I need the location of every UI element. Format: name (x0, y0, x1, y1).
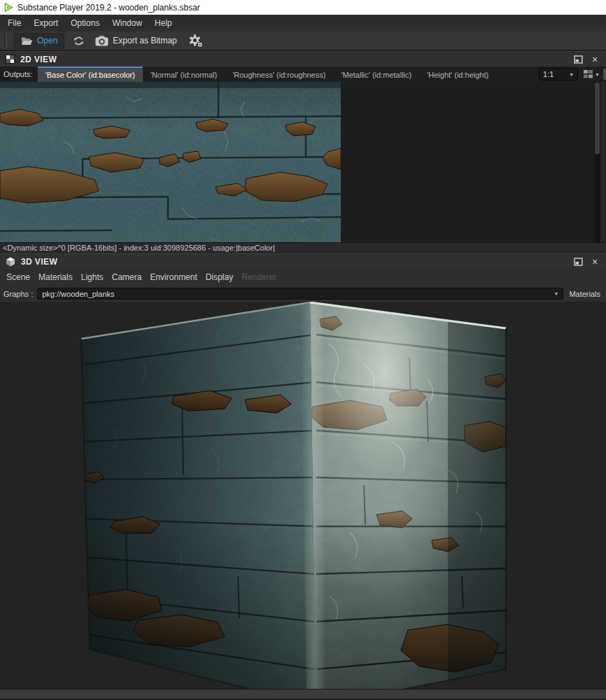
menu-window[interactable]: Window (106, 15, 148, 31)
chevron-down-icon: ▼ (595, 72, 600, 77)
panel-title-3d: 3D VIEW (21, 257, 57, 267)
scrollbar-thumb[interactable] (595, 83, 600, 154)
float-panel-button-2d[interactable] (572, 54, 584, 65)
viewport-menu-bar: Scene Materials Lights Camera Environmen… (0, 269, 606, 286)
tab-roughness[interactable]: 'Roughness' (id:roughness) (225, 66, 333, 82)
float-panel-icon (574, 55, 583, 64)
panel-edge-chip (603, 69, 606, 80)
outputs-label: Outputs: (0, 66, 38, 82)
panel-header-2d: 2D VIEW × (0, 51, 606, 66)
menu-lights[interactable]: Lights (77, 269, 108, 286)
zoom-level-value: 1:1 (543, 70, 569, 78)
main-toolbar: Open Export as Bitmap (0, 31, 606, 51)
menu-materials[interactable]: Materials (34, 269, 77, 286)
menu-environment[interactable]: Environment (146, 269, 201, 286)
texture-2d-preview (0, 82, 341, 242)
export-as-bitmap-button[interactable]: Export as Bitmap (93, 33, 178, 48)
chevron-down-icon: ▼ (569, 72, 574, 77)
close-panel-button-3d[interactable]: × (589, 256, 600, 267)
window-title: Substance Player 2019.2 - wooden_planks.… (17, 3, 200, 13)
menu-options[interactable]: Options (64, 15, 106, 31)
close-panel-button-2d[interactable]: × (589, 54, 600, 65)
panel-title-2d: 2D VIEW (20, 55, 57, 64)
zoom-level-select[interactable]: 1:1 ▼ (539, 68, 578, 80)
menu-display[interactable]: Display (202, 269, 237, 286)
materials-button[interactable]: Materials (568, 290, 602, 298)
open-button-label: Open (37, 36, 57, 46)
panel-right-margin (600, 82, 606, 242)
main-menu-bar: File Export Options Window Help (0, 15, 606, 31)
menu-export[interactable]: Export (27, 15, 64, 31)
refresh-icon (73, 36, 84, 46)
substance-player-window: Substance Player 2019.2 - wooden_planks.… (0, 0, 606, 700)
graphs-label: Graphs : (3, 290, 33, 298)
folder-open-icon (21, 36, 33, 46)
tiling-icon (583, 69, 594, 79)
substance-logo-icon (4, 3, 13, 12)
menu-renderer: Renderer (237, 269, 281, 286)
title-bar: Substance Player 2019.2 - wooden_planks.… (0, 0, 606, 15)
graphs-row: Graphs : pkg://wooden_planks ▼ Materials (0, 286, 606, 302)
tab-normal[interactable]: 'Normal' (id:normal) (143, 66, 225, 82)
texture-2d-canvas[interactable] (0, 82, 606, 242)
checkerboard-icon (6, 55, 15, 64)
float-panel-icon (574, 258, 583, 266)
tab-height[interactable]: 'Height' (id:height) (419, 66, 496, 82)
graph-select[interactable]: pkg://wooden_planks ▼ (37, 288, 563, 300)
refresh-button[interactable] (71, 33, 86, 48)
menu-scene[interactable]: Scene (2, 269, 34, 286)
menu-help[interactable]: Help (148, 15, 178, 31)
close-icon: × (592, 257, 598, 267)
outputs-tab-bar: Outputs: 'Base Color' (id:basecolor) 'No… (0, 66, 606, 82)
gear-icon (188, 34, 203, 48)
menu-camera[interactable]: Camera (108, 269, 146, 286)
float-panel-button-3d[interactable] (572, 256, 584, 267)
export-as-bitmap-label: Export as Bitmap (113, 36, 176, 46)
settings-button[interactable] (186, 33, 205, 48)
cube-icon (6, 257, 15, 267)
tab-metallic[interactable]: 'Metallic' (id:metallic) (333, 66, 419, 82)
tab-base-color[interactable]: 'Base Color' (id:basecolor) (38, 66, 143, 82)
chevron-down-icon: ▼ (554, 291, 558, 296)
panel-header-3d: 3D VIEW × (0, 253, 606, 269)
scrollbar[interactable] (594, 82, 600, 242)
camera-icon (95, 36, 108, 46)
open-button[interactable]: Open (14, 33, 64, 49)
bottom-panel-strip (0, 689, 606, 699)
graph-select-value: pkg://wooden_planks (42, 290, 554, 298)
close-icon: × (592, 55, 598, 64)
menu-file[interactable]: File (1, 15, 27, 31)
viewport-3d[interactable] (0, 302, 606, 689)
texture-status-bar: <Dynamic size>^0 [RGBA-16bits] - index:3… (0, 242, 606, 253)
toolbar-separator (4, 34, 7, 48)
tiling-mode-button[interactable]: ▼ (581, 68, 602, 80)
cube-3d-preview (0, 302, 606, 689)
